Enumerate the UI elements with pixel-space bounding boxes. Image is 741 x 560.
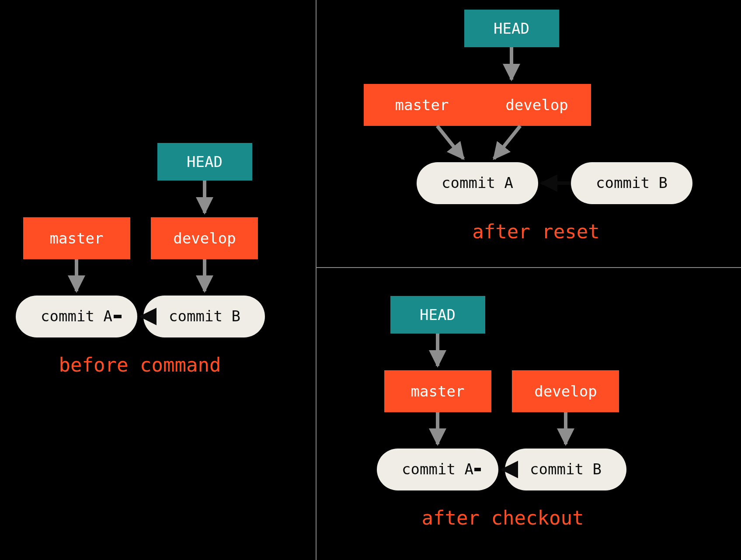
panel-after-reset: HEAD master develop commit A commit B af…: [364, 10, 692, 243]
commit-b-label: commit B: [530, 460, 602, 478]
branch-master-label: master: [411, 383, 465, 400]
commit-b-label: commit B: [596, 174, 668, 191]
panel-before: HEAD master develop commit A commit B be…: [16, 143, 265, 376]
arrow-develop-to-commit-a: [494, 126, 520, 159]
commit-a-label: commit A: [442, 174, 513, 191]
arrow-master-to-commit-a: [437, 126, 463, 159]
diagram-canvas: HEAD master develop commit A commit B be…: [0, 0, 741, 560]
branch-develop-label: develop: [534, 383, 597, 400]
branch-master-label: master: [395, 96, 449, 114]
commit-a-label: commit A: [402, 460, 473, 478]
commit-a-label: commit A: [41, 307, 112, 325]
commit-b-label: commit B: [169, 307, 240, 325]
branch-master-label: master: [50, 230, 104, 247]
branch-develop-label: develop: [505, 96, 568, 114]
caption-checkout: after checkout: [422, 507, 584, 529]
head-label: HEAD: [187, 153, 223, 170]
head-label: HEAD: [494, 20, 529, 37]
branch-develop-label: develop: [173, 230, 236, 247]
head-label: HEAD: [420, 306, 456, 323]
panel-after-checkout: HEAD master develop commit A commit B af…: [377, 296, 626, 529]
caption-before: before command: [59, 354, 221, 376]
caption-reset: after reset: [472, 220, 599, 243]
